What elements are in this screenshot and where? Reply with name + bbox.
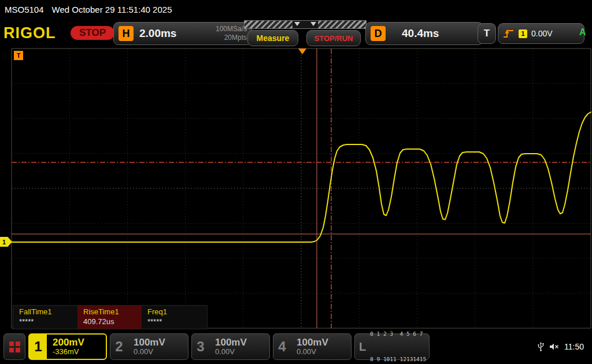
timebase-value: 2.00ms: [139, 27, 176, 40]
waveform-display[interactable]: T 1 FallTime1 ***** RiseTime1 409.72us F…: [0, 47, 592, 329]
grid-icon: [9, 341, 20, 352]
measurement-risetime[interactable]: RiseTime1 409.72us: [77, 306, 142, 329]
run-state-badge: STOP: [71, 26, 114, 40]
top-info-bar: MSO5104 Wed October 29 11:51:40 2025: [0, 0, 592, 18]
digital-channels-button[interactable]: L 0 1 2 3 4 5 6 7 8 9 1011 12131415: [354, 333, 430, 360]
digital-channel-list: 0 1 2 3 4 5 6 7 8 9 1011 12131415: [370, 313, 426, 364]
measurement-label: Freq1: [147, 307, 206, 316]
channel-3-offset: 0.00V: [215, 348, 247, 356]
status-icons: 11:50: [538, 342, 589, 351]
memory-marker-right-icon: [310, 22, 316, 26]
measurement-panel: FallTime1 ***** RiseTime1 409.72us Freq1…: [13, 305, 208, 329]
trigger-edge-icon: [502, 28, 515, 39]
h-badge: H: [119, 26, 134, 41]
usb-icon: [538, 342, 544, 351]
channel-2-badge: 2: [110, 339, 128, 355]
menu-grid-button[interactable]: [3, 333, 25, 360]
digital-row-1: 0 1 2 3 4 5 6 7: [370, 330, 426, 339]
sample-rate-label: 100MSa/s: [216, 25, 247, 34]
measurement-label: FallTime1: [19, 307, 77, 316]
rigol-logo: RIGOL: [3, 24, 56, 42]
measurement-value: *****: [147, 317, 206, 326]
channel-1-button[interactable]: 1 200mV -336mV: [28, 333, 107, 360]
d-badge: D: [371, 26, 386, 41]
measurement-value: *****: [19, 317, 77, 326]
channel-4-scale: 100mV: [297, 337, 328, 348]
la-badge: L: [355, 340, 370, 354]
measurement-value: 409.72us: [83, 317, 142, 326]
channel-3-scale: 100mV: [215, 337, 247, 348]
memory-depth-label: 20Mpts: [216, 34, 247, 42]
memory-window-indicator: [293, 21, 318, 28]
measurement-freq[interactable]: Freq1 *****: [142, 306, 206, 329]
delay-position-button[interactable]: D 40.4ms: [365, 22, 483, 45]
acquisition-info: 100MSa/s 20Mpts: [216, 25, 247, 42]
bottom-status-bar: 1 200mV -336mV 2 100mV 0.00V 3 100mV 0.0…: [0, 329, 592, 364]
horizontal-timebase-button[interactable]: H 2.00ms 100MSa/s 20Mpts: [113, 22, 252, 45]
channel-2-offset: 0.00V: [134, 348, 165, 356]
delay-value: 40.4ms: [402, 27, 439, 40]
channel-4-badge: 4: [273, 339, 291, 355]
header-bar: RIGOL STOP H 2.00ms 100MSa/s 20Mpts Meas…: [0, 18, 592, 47]
trigger-source-badge: 1: [519, 29, 527, 38]
channel-3-badge: 3: [192, 339, 209, 355]
channel-3-button[interactable]: 3 100mV 0.00V: [191, 333, 270, 360]
trigger-menu-button[interactable]: T: [478, 23, 496, 44]
digital-row-2: 8 9 1011 12131415: [370, 355, 426, 364]
channel-4-offset: 0.00V: [297, 348, 328, 356]
channel-1-offset: -336mV: [53, 348, 84, 356]
clock-label: 11:50: [564, 342, 584, 351]
memory-marker-left-icon: [294, 22, 300, 26]
stop-run-button[interactable]: STOP/RUN: [306, 30, 361, 46]
datetime-label: Wed October 29 11:51:40 2025: [52, 5, 172, 14]
channel-2-scale: 100mV: [134, 337, 165, 348]
channel-2-button[interactable]: 2 100mV 0.00V: [110, 333, 188, 360]
model-label: MSO5104: [5, 5, 44, 14]
speaker-muted-icon[interactable]: [549, 343, 559, 351]
measurement-falltime[interactable]: FallTime1 *****: [13, 306, 77, 329]
trigger-source-marker[interactable]: T: [14, 51, 23, 60]
trigger-level-value: 0.00V: [531, 29, 553, 38]
memory-position-bar[interactable]: [244, 20, 367, 29]
trigger-mode-auto-label: A: [579, 27, 586, 38]
trigger-settings-button[interactable]: 1 0.00V: [498, 23, 584, 44]
channel-1-badge: 1: [29, 335, 47, 359]
waveform-svg: [0, 47, 592, 329]
measurement-label: RiseTime1: [83, 307, 142, 316]
measure-button[interactable]: Measure: [247, 30, 298, 46]
channel-4-button[interactable]: 4 100mV 0.00V: [273, 333, 352, 360]
channel-1-scale: 200mV: [53, 337, 84, 348]
